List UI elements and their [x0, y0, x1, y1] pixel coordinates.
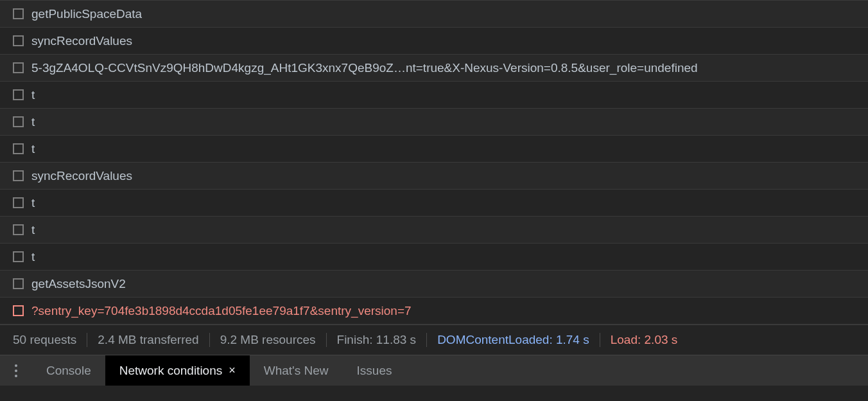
status-load: Load: 2.03 s [600, 333, 688, 347]
close-icon[interactable]: × [229, 364, 236, 377]
network-request-row[interactable]: syncRecordValues [0, 162, 868, 189]
network-request-row[interactable]: t [0, 189, 868, 216]
network-request-row[interactable]: t [0, 135, 868, 162]
network-request-row[interactable]: getAssetsJsonV2 [0, 270, 868, 297]
network-request-row[interactable]: t [0, 108, 868, 135]
network-request-row[interactable]: ?sentry_key=704fe3b1898d4ccda1d05fe1ee79… [0, 297, 868, 324]
tab-whats-new[interactable]: What's New [250, 355, 343, 386]
network-request-row[interactable]: syncRecordValues [0, 27, 868, 54]
request-name: getPublicSpaceData [31, 7, 142, 21]
network-request-row[interactable]: 5-3gZA4OLQ-CCVtSnVz9QH8hDwD4kgzg_AHt1GK3… [0, 54, 868, 81]
initiator-icon [13, 89, 24, 100]
tab-network-conditions[interactable]: Network conditions × [105, 355, 250, 386]
request-name: getAssetsJsonV2 [31, 277, 126, 291]
status-finish: Finish: 11.83 s [327, 333, 428, 347]
status-transferred: 2.4 MB transferred [87, 333, 209, 347]
network-request-list: getPublicSpaceData syncRecordValues 5-3g… [0, 0, 868, 324]
request-name: t [31, 250, 35, 264]
network-status-bar: 50 requests 2.4 MB transferred 9.2 MB re… [0, 324, 868, 355]
initiator-icon [13, 197, 24, 208]
status-domcontentloaded: DOMContentLoaded: 1.74 s [427, 333, 600, 347]
network-request-row[interactable]: t [0, 81, 868, 108]
request-name: t [31, 196, 35, 210]
initiator-icon [13, 116, 24, 127]
request-name: t [31, 88, 35, 102]
tab-label: Issues [357, 364, 392, 378]
initiator-icon [13, 8, 24, 19]
tab-label: Network conditions [119, 364, 223, 378]
network-request-row[interactable]: getPublicSpaceData [0, 0, 868, 27]
request-name: t [31, 142, 35, 156]
initiator-icon [13, 251, 24, 262]
request-name: ?sentry_key=704fe3b1898d4ccda1d05fe1ee79… [31, 304, 412, 318]
initiator-icon [13, 170, 24, 181]
request-name: 5-3gZA4OLQ-CCVtSnVz9QH8hDwD4kgzg_AHt1GK3… [31, 61, 698, 75]
initiator-icon [13, 278, 24, 289]
status-resources: 9.2 MB resources [210, 333, 327, 347]
network-request-row[interactable]: t [0, 243, 868, 270]
initiator-icon [13, 305, 24, 316]
request-name: t [31, 223, 35, 237]
request-name: t [31, 115, 35, 129]
tab-label: What's New [264, 364, 329, 378]
initiator-icon [13, 224, 24, 235]
network-request-row[interactable]: t [0, 216, 868, 243]
request-name: syncRecordValues [31, 169, 132, 183]
tab-issues[interactable]: Issues [343, 355, 406, 386]
tab-label: Console [46, 364, 91, 378]
drawer-tabs: Console Network conditions × What's New … [0, 355, 868, 386]
initiator-icon [13, 35, 24, 46]
tab-console[interactable]: Console [32, 355, 105, 386]
request-name: syncRecordValues [31, 34, 132, 48]
status-request-count: 50 requests [13, 333, 87, 347]
initiator-icon [13, 143, 24, 154]
initiator-icon [13, 62, 24, 73]
kebab-menu-icon[interactable] [0, 364, 32, 377]
